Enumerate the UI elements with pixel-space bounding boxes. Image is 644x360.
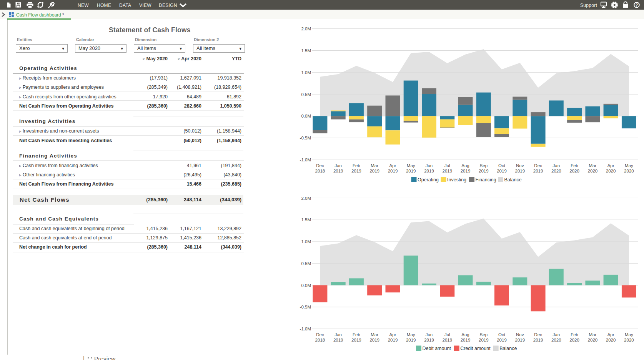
svg-text:Dec: Dec	[316, 163, 324, 168]
svg-text:Nov: Nov	[516, 163, 524, 168]
svg-text:2019: 2019	[369, 338, 379, 342]
svg-text:Dec: Dec	[534, 163, 542, 168]
svg-text:2020: 2020	[569, 338, 579, 342]
svg-text:Aug: Aug	[461, 332, 469, 337]
svg-text:2019: 2019	[533, 338, 543, 342]
svg-text:1.0M: 1.0M	[301, 239, 311, 244]
svg-text:2019: 2019	[333, 169, 343, 173]
svg-text:?: ?	[636, 3, 638, 7]
svg-text:2019: 2019	[424, 338, 434, 342]
svg-text:Apr: Apr	[389, 332, 396, 337]
svg-text:2020: 2020	[588, 338, 598, 342]
svg-text:Operating: Operating	[418, 177, 439, 182]
svg-text:Oct: Oct	[498, 163, 506, 168]
svg-text:2019: 2019	[515, 338, 525, 342]
svg-text:Mar: Mar	[371, 332, 378, 337]
svg-text:2020: 2020	[606, 169, 616, 173]
svg-text:Jun: Jun	[426, 163, 433, 168]
svg-text:Investing: Investing	[447, 177, 466, 182]
svg-text:2018: 2018	[315, 169, 325, 173]
svg-text:Mar: Mar	[371, 163, 378, 168]
svg-text:2019: 2019	[388, 169, 398, 173]
svg-text:Apr: Apr	[607, 332, 614, 337]
svg-text:Financing: Financing	[476, 177, 496, 182]
svg-text:0.5M: 0.5M	[301, 92, 311, 97]
svg-text:2020: 2020	[569, 169, 579, 173]
svg-text:Balance: Balance	[504, 177, 522, 182]
svg-text:Jan: Jan	[553, 332, 560, 337]
svg-text:May: May	[407, 163, 415, 168]
svg-text:2019: 2019	[406, 338, 416, 342]
svg-text:2020: 2020	[624, 169, 634, 173]
svg-text:Jul: Jul	[444, 163, 450, 168]
svg-text:May: May	[625, 332, 633, 337]
svg-text:Balance: Balance	[499, 346, 517, 351]
svg-text:-1.0M: -1.0M	[300, 158, 311, 162]
svg-text:2020: 2020	[588, 169, 598, 173]
svg-text:0.5M: 0.5M	[301, 261, 311, 266]
svg-text:2019: 2019	[515, 169, 525, 173]
svg-text:Feb: Feb	[353, 163, 360, 168]
svg-text:Mar: Mar	[589, 163, 596, 168]
svg-text:2018: 2018	[315, 338, 325, 342]
svg-text:2019: 2019	[443, 338, 453, 342]
svg-text:Nov: Nov	[516, 332, 524, 337]
svg-text:1.5M: 1.5M	[301, 217, 311, 222]
svg-text:2020: 2020	[551, 338, 561, 342]
svg-text:2019: 2019	[533, 169, 543, 173]
svg-text:May: May	[407, 332, 415, 337]
svg-text:-0.5M: -0.5M	[300, 136, 311, 140]
svg-text:Jan: Jan	[334, 332, 342, 337]
svg-text:2019: 2019	[443, 169, 453, 173]
svg-text:-1.0M: -1.0M	[300, 327, 311, 331]
svg-text:2.0M: 2.0M	[301, 27, 311, 31]
svg-text:2020: 2020	[624, 338, 634, 342]
svg-text:-0.5M: -0.5M	[300, 305, 311, 309]
svg-text:Sep: Sep	[480, 332, 488, 337]
svg-text:Feb: Feb	[353, 332, 360, 337]
svg-text:2019: 2019	[497, 338, 507, 342]
svg-text:2019: 2019	[424, 169, 434, 173]
svg-text:2019: 2019	[351, 338, 361, 342]
svg-text:1.0M: 1.0M	[301, 70, 311, 75]
svg-text:2019: 2019	[461, 169, 471, 173]
svg-text:2020: 2020	[606, 338, 616, 342]
svg-text:Apr: Apr	[607, 163, 614, 168]
svg-text:Mar: Mar	[589, 332, 596, 337]
svg-text:2019: 2019	[479, 169, 489, 173]
svg-text:2019: 2019	[369, 169, 379, 173]
svg-text:2019: 2019	[388, 338, 398, 342]
svg-text:0.0M: 0.0M	[301, 283, 311, 288]
svg-text:Oct: Oct	[498, 332, 506, 337]
svg-text:2019: 2019	[461, 338, 471, 342]
svg-text:Jan: Jan	[553, 163, 560, 168]
svg-text:Dec: Dec	[534, 332, 542, 337]
svg-text:Jan: Jan	[334, 163, 342, 168]
svg-text:2019: 2019	[479, 338, 489, 342]
svg-text:Feb: Feb	[571, 332, 578, 337]
svg-text:Jun: Jun	[426, 332, 433, 337]
svg-text:0.0M: 0.0M	[301, 114, 311, 118]
svg-text:2019: 2019	[333, 338, 343, 342]
svg-text:Debit amount: Debit amount	[423, 346, 451, 351]
svg-text:Credit amount: Credit amount	[460, 346, 491, 351]
svg-text:2019: 2019	[351, 169, 361, 173]
svg-text:2019: 2019	[497, 169, 507, 173]
svg-text:1.5M: 1.5M	[301, 48, 311, 53]
svg-text:Feb: Feb	[571, 163, 578, 168]
svg-text:Apr: Apr	[389, 163, 396, 168]
svg-text:Aug: Aug	[461, 163, 469, 168]
svg-text:2.0M: 2.0M	[301, 196, 311, 201]
svg-text:Dec: Dec	[316, 332, 324, 337]
svg-text:2020: 2020	[551, 169, 561, 173]
svg-text:Jul: Jul	[444, 332, 450, 337]
svg-text:Sep: Sep	[480, 163, 488, 168]
svg-text:2019: 2019	[406, 169, 416, 173]
svg-text:May: May	[625, 163, 633, 168]
